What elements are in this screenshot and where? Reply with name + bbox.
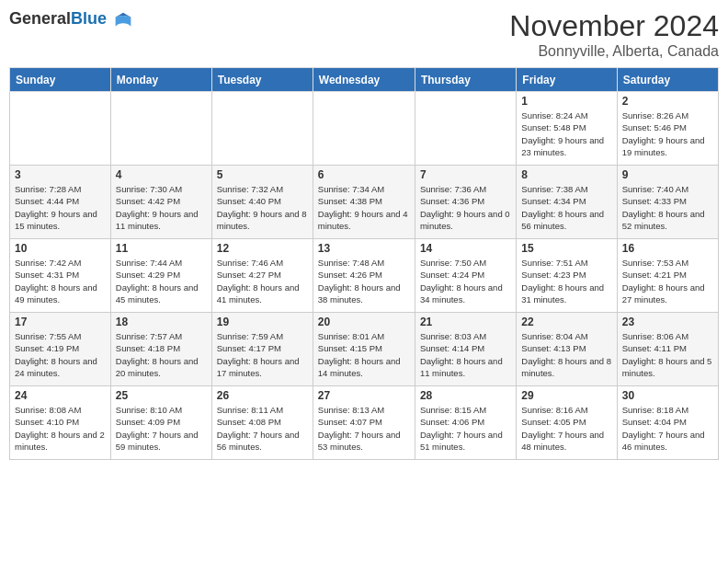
day-number: 5: [217, 168, 308, 181]
page: GeneralBlue November 2024 Bonnyville, Al…: [0, 0, 728, 563]
day-info: Sunrise: 8:18 AMSunset: 4:04 PMDaylight:…: [622, 404, 713, 453]
cell-1-6: 9Sunrise: 7:40 AMSunset: 4:33 PMDaylight…: [617, 166, 718, 239]
day-info: Sunrise: 7:55 AMSunset: 4:19 PMDaylight:…: [15, 330, 106, 379]
week-row-2: 10Sunrise: 7:42 AMSunset: 4:31 PMDayligh…: [10, 239, 719, 313]
day-info: Sunrise: 7:53 AMSunset: 4:21 PMDaylight:…: [622, 257, 713, 305]
day-info: Sunrise: 7:48 AMSunset: 4:26 PMDaylight:…: [318, 257, 410, 305]
col-wednesday: Wednesday: [313, 68, 415, 92]
week-row-4: 24Sunrise: 8:08 AMSunset: 4:10 PMDayligh…: [10, 386, 719, 460]
week-row-1: 3Sunrise: 7:28 AMSunset: 4:44 PMDaylight…: [10, 166, 719, 239]
cell-3-5: 22Sunrise: 8:04 AMSunset: 4:13 PMDayligh…: [517, 313, 617, 386]
day-number: 3: [15, 168, 106, 181]
day-number: 21: [420, 316, 511, 328]
day-info: Sunrise: 7:28 AMSunset: 4:44 PMDaylight:…: [15, 183, 106, 232]
day-number: 4: [116, 168, 207, 181]
logo: GeneralBlue: [9, 9, 132, 29]
day-number: 1: [521, 95, 611, 108]
day-info: Sunrise: 7:30 AMSunset: 4:42 PMDaylight:…: [116, 183, 207, 232]
day-info: Sunrise: 7:44 AMSunset: 4:29 PMDaylight:…: [116, 257, 207, 305]
calendar-body: 1Sunrise: 8:24 AMSunset: 5:48 PMDaylight…: [10, 92, 719, 460]
day-number: 7: [420, 168, 511, 181]
calendar-header-row: Sunday Monday Tuesday Wednesday Thursday…: [10, 68, 719, 92]
month-title: November 2024: [509, 9, 719, 43]
day-number: 23: [622, 316, 713, 328]
cell-4-5: 29Sunrise: 8:16 AMSunset: 4:05 PMDayligh…: [517, 386, 617, 460]
cell-1-0: 3Sunrise: 7:28 AMSunset: 4:44 PMDaylight…: [10, 166, 111, 239]
day-number: 16: [622, 242, 713, 255]
day-info: Sunrise: 7:36 AMSunset: 4:36 PMDaylight:…: [420, 183, 511, 232]
cell-0-2: [211, 92, 313, 166]
cell-1-4: 7Sunrise: 7:36 AMSunset: 4:36 PMDaylight…: [415, 166, 516, 239]
day-info: Sunrise: 7:40 AMSunset: 4:33 PMDaylight:…: [622, 183, 713, 232]
day-number: 25: [116, 389, 207, 402]
day-number: 17: [15, 316, 106, 328]
day-info: Sunrise: 8:08 AMSunset: 4:10 PMDaylight:…: [15, 404, 106, 453]
cell-4-3: 27Sunrise: 8:13 AMSunset: 4:07 PMDayligh…: [313, 386, 415, 460]
col-monday: Monday: [110, 68, 211, 92]
day-info: Sunrise: 7:32 AMSunset: 4:40 PMDaylight:…: [217, 183, 308, 232]
cell-3-1: 18Sunrise: 7:57 AMSunset: 4:18 PMDayligh…: [110, 313, 211, 386]
day-number: 20: [318, 316, 410, 328]
location: Bonnyville, Alberta, Canada: [509, 43, 719, 60]
day-info: Sunrise: 8:13 AMSunset: 4:07 PMDaylight:…: [318, 404, 410, 453]
col-tuesday: Tuesday: [211, 68, 313, 92]
day-info: Sunrise: 8:26 AMSunset: 5:46 PMDaylight:…: [622, 109, 713, 158]
day-number: 11: [116, 242, 207, 255]
day-info: Sunrise: 7:57 AMSunset: 4:18 PMDaylight:…: [116, 330, 207, 379]
header: GeneralBlue November 2024 Bonnyville, Al…: [9, 9, 719, 60]
logo-general: General: [9, 9, 71, 28]
day-number: 12: [217, 242, 308, 255]
day-info: Sunrise: 7:42 AMSunset: 4:31 PMDaylight:…: [15, 257, 106, 305]
day-info: Sunrise: 7:46 AMSunset: 4:27 PMDaylight:…: [217, 257, 308, 305]
cell-3-0: 17Sunrise: 7:55 AMSunset: 4:19 PMDayligh…: [10, 313, 111, 386]
day-number: 27: [318, 389, 410, 402]
cell-2-1: 11Sunrise: 7:44 AMSunset: 4:29 PMDayligh…: [110, 239, 211, 313]
logo-icon: [114, 11, 132, 29]
cell-2-6: 16Sunrise: 7:53 AMSunset: 4:21 PMDayligh…: [617, 239, 718, 313]
day-info: Sunrise: 8:01 AMSunset: 4:15 PMDaylight:…: [318, 330, 410, 379]
cell-4-2: 26Sunrise: 8:11 AMSunset: 4:08 PMDayligh…: [211, 386, 313, 460]
day-number: 22: [521, 316, 611, 328]
cell-0-6: 2Sunrise: 8:26 AMSunset: 5:46 PMDaylight…: [617, 92, 718, 166]
day-number: 10: [15, 242, 106, 255]
cell-3-6: 23Sunrise: 8:06 AMSunset: 4:11 PMDayligh…: [617, 313, 718, 386]
day-number: 13: [318, 242, 410, 255]
day-number: 26: [217, 389, 308, 402]
cell-0-3: [313, 92, 415, 166]
day-number: 6: [318, 168, 410, 181]
day-info: Sunrise: 8:03 AMSunset: 4:14 PMDaylight:…: [420, 330, 511, 379]
day-number: 24: [15, 389, 106, 402]
day-info: Sunrise: 8:24 AMSunset: 5:48 PMDaylight:…: [521, 109, 611, 158]
cell-0-5: 1Sunrise: 8:24 AMSunset: 5:48 PMDaylight…: [517, 92, 617, 166]
calendar: Sunday Monday Tuesday Wednesday Thursday…: [9, 67, 719, 460]
cell-3-3: 20Sunrise: 8:01 AMSunset: 4:15 PMDayligh…: [313, 313, 415, 386]
week-row-0: 1Sunrise: 8:24 AMSunset: 5:48 PMDaylight…: [10, 92, 719, 166]
cell-3-4: 21Sunrise: 8:03 AMSunset: 4:14 PMDayligh…: [415, 313, 516, 386]
day-number: 2: [622, 95, 713, 108]
cell-4-6: 30Sunrise: 8:18 AMSunset: 4:04 PMDayligh…: [617, 386, 718, 460]
day-number: 28: [420, 389, 511, 402]
day-number: 18: [116, 316, 207, 328]
day-number: 29: [521, 389, 611, 402]
col-saturday: Saturday: [617, 68, 718, 92]
cell-2-0: 10Sunrise: 7:42 AMSunset: 4:31 PMDayligh…: [10, 239, 111, 313]
cell-4-1: 25Sunrise: 8:10 AMSunset: 4:09 PMDayligh…: [110, 386, 211, 460]
col-friday: Friday: [517, 68, 617, 92]
day-info: Sunrise: 8:16 AMSunset: 4:05 PMDaylight:…: [521, 404, 611, 453]
title-area: November 2024 Bonnyville, Alberta, Canad…: [509, 9, 719, 60]
day-info: Sunrise: 8:15 AMSunset: 4:06 PMDaylight:…: [420, 404, 511, 453]
cell-1-1: 4Sunrise: 7:30 AMSunset: 4:42 PMDaylight…: [110, 166, 211, 239]
day-info: Sunrise: 7:38 AMSunset: 4:34 PMDaylight:…: [521, 183, 611, 232]
day-info: Sunrise: 7:34 AMSunset: 4:38 PMDaylight:…: [318, 183, 410, 232]
day-info: Sunrise: 8:11 AMSunset: 4:08 PMDaylight:…: [217, 404, 308, 453]
cell-2-4: 14Sunrise: 7:50 AMSunset: 4:24 PMDayligh…: [415, 239, 516, 313]
day-number: 30: [622, 389, 713, 402]
day-number: 19: [217, 316, 308, 328]
cell-1-5: 8Sunrise: 7:38 AMSunset: 4:34 PMDaylight…: [517, 166, 617, 239]
day-info: Sunrise: 8:06 AMSunset: 4:11 PMDaylight:…: [622, 330, 713, 379]
cell-4-0: 24Sunrise: 8:08 AMSunset: 4:10 PMDayligh…: [10, 386, 111, 460]
col-thursday: Thursday: [415, 68, 516, 92]
cell-0-0: [10, 92, 111, 166]
cell-3-2: 19Sunrise: 7:59 AMSunset: 4:17 PMDayligh…: [211, 313, 313, 386]
day-number: 8: [521, 168, 611, 181]
